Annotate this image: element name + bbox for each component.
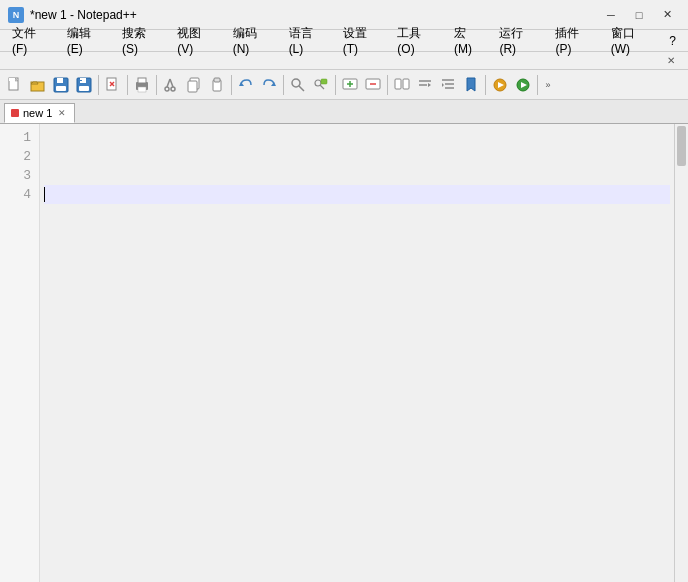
tb-macro-button[interactable] bbox=[489, 74, 511, 96]
menu-window[interactable]: 窗口(W) bbox=[603, 30, 662, 51]
svg-rect-38 bbox=[403, 79, 409, 89]
svg-rect-5 bbox=[57, 78, 63, 83]
svg-rect-15 bbox=[138, 78, 146, 83]
tb-new-button[interactable] bbox=[4, 74, 26, 96]
tb-indent-button[interactable] bbox=[437, 74, 459, 96]
svg-point-27 bbox=[292, 79, 300, 87]
tb-sep-8 bbox=[485, 75, 486, 95]
svg-rect-10 bbox=[79, 80, 82, 81]
tb-zoom-out-button[interactable] bbox=[362, 74, 384, 96]
editor-row: 1 2 3 4 bbox=[0, 124, 688, 582]
svg-rect-16 bbox=[138, 87, 146, 92]
menu-run[interactable]: 运行(R) bbox=[491, 30, 547, 51]
tb-replace-button[interactable] bbox=[310, 74, 332, 96]
svg-rect-37 bbox=[395, 79, 401, 89]
scrollbar-thumb[interactable] bbox=[677, 126, 686, 166]
menu-view[interactable]: 视图(V) bbox=[169, 30, 224, 51]
svg-point-17 bbox=[165, 87, 169, 91]
minimize-button[interactable]: ─ bbox=[598, 5, 624, 25]
tab-modified-dot bbox=[11, 109, 19, 117]
tb-close-button[interactable] bbox=[102, 74, 124, 96]
svg-point-18 bbox=[171, 87, 175, 91]
tb-sep-4 bbox=[231, 75, 232, 95]
tab-label: new 1 bbox=[23, 107, 52, 119]
svg-line-19 bbox=[167, 79, 170, 87]
tb-sync-button[interactable] bbox=[391, 74, 413, 96]
window-controls: ─ □ ✕ bbox=[598, 5, 680, 25]
tb-zoom-in-button[interactable] bbox=[339, 74, 361, 96]
tb-sep-5 bbox=[283, 75, 284, 95]
editor-line-1 bbox=[44, 128, 670, 147]
menu-lang[interactable]: 语言(L) bbox=[281, 30, 335, 51]
svg-rect-31 bbox=[321, 79, 327, 84]
menu-macro[interactable]: 宏(M) bbox=[446, 30, 491, 51]
tb-bookmark-button[interactable] bbox=[460, 74, 482, 96]
menu-tools[interactable]: 工具(O) bbox=[389, 30, 446, 51]
menu-search[interactable]: 搜索(S) bbox=[114, 30, 169, 51]
menu-settings[interactable]: 设置(T) bbox=[335, 30, 390, 51]
menu-encode[interactable]: 编码(N) bbox=[225, 30, 281, 51]
svg-rect-22 bbox=[188, 81, 197, 92]
svg-line-28 bbox=[299, 86, 304, 91]
vertical-scrollbar[interactable] bbox=[674, 124, 688, 582]
tb-print-button[interactable] bbox=[131, 74, 153, 96]
tb-find-button[interactable] bbox=[287, 74, 309, 96]
app-icon: N bbox=[8, 7, 24, 23]
more-icon: » bbox=[545, 80, 550, 90]
menu-file[interactable]: 文件(F) bbox=[4, 30, 59, 51]
text-cursor bbox=[44, 187, 45, 202]
tb-save-button[interactable] bbox=[50, 74, 72, 96]
maximize-button[interactable]: □ bbox=[626, 5, 652, 25]
tb-paste-button[interactable] bbox=[206, 74, 228, 96]
tb-copy-button[interactable] bbox=[183, 74, 205, 96]
tb-more-button[interactable]: » bbox=[541, 74, 555, 96]
svg-marker-44 bbox=[442, 83, 444, 87]
tab-close-button[interactable]: ✕ bbox=[56, 107, 68, 119]
svg-line-30 bbox=[320, 85, 324, 89]
tb-wrap-button[interactable] bbox=[414, 74, 436, 96]
svg-rect-2 bbox=[9, 78, 15, 81]
tab-bar: new 1 ✕ bbox=[0, 100, 688, 124]
tab-new1[interactable]: new 1 ✕ bbox=[4, 103, 75, 123]
tb-redo-button[interactable] bbox=[258, 74, 280, 96]
svg-line-20 bbox=[170, 79, 173, 87]
menu-bar: 文件(F) 编辑(E) 搜索(S) 视图(V) 编码(N) 语言(L) 设置(T… bbox=[0, 30, 688, 52]
toolbar: » bbox=[0, 70, 688, 100]
close-panel-button[interactable]: ✕ bbox=[658, 51, 684, 71]
tb-sep-3 bbox=[156, 75, 157, 95]
editor-line-2 bbox=[44, 147, 670, 166]
close-button[interactable]: ✕ bbox=[654, 5, 680, 25]
svg-rect-6 bbox=[56, 86, 66, 91]
editor-line-4 bbox=[44, 185, 670, 204]
tb-sep-9 bbox=[537, 75, 538, 95]
menu-help[interactable]: ? bbox=[661, 30, 684, 51]
svg-rect-24 bbox=[214, 78, 220, 82]
title-text: *new 1 - Notepad++ bbox=[30, 8, 598, 22]
tb-cut-button[interactable] bbox=[160, 74, 182, 96]
tb-undo-button[interactable] bbox=[235, 74, 257, 96]
menu-edit[interactable]: 编辑(E) bbox=[59, 30, 114, 51]
line-num-2: 2 bbox=[0, 147, 39, 166]
tb-sep-7 bbox=[387, 75, 388, 95]
line-numbers: 1 2 3 4 bbox=[0, 124, 40, 582]
editor-main: 1 2 3 4 bbox=[0, 124, 688, 582]
tb-sep-2 bbox=[127, 75, 128, 95]
tb-run-macro-button[interactable] bbox=[512, 74, 534, 96]
line-num-1: 1 bbox=[0, 128, 39, 147]
svg-rect-9 bbox=[79, 86, 89, 91]
tb-save-all-button[interactable] bbox=[73, 74, 95, 96]
editor-line-3 bbox=[44, 166, 670, 185]
tb-sep-1 bbox=[98, 75, 99, 95]
menu-plugins[interactable]: 插件(P) bbox=[547, 30, 602, 51]
tb-open-button[interactable] bbox=[27, 74, 49, 96]
line-num-3: 3 bbox=[0, 166, 39, 185]
editor-content[interactable] bbox=[40, 124, 674, 582]
tb-sep-6 bbox=[335, 75, 336, 95]
line-num-4: 4 bbox=[0, 185, 39, 204]
